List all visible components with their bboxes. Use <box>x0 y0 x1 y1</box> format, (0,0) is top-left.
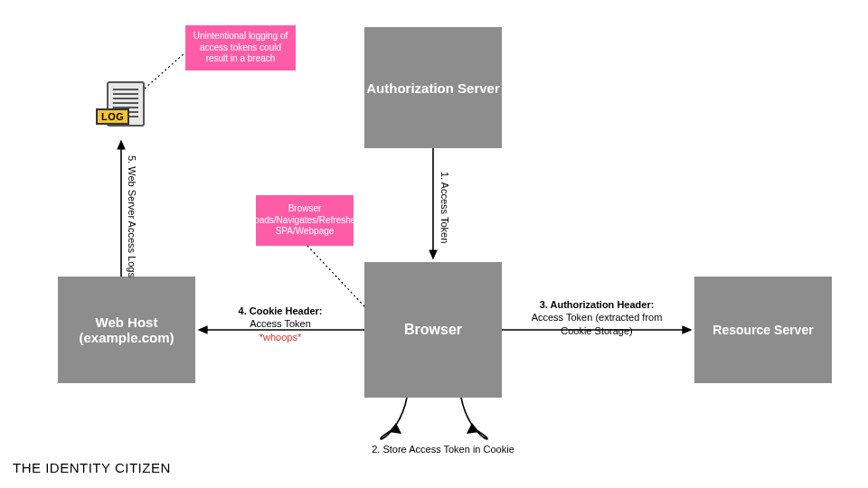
step3-title: 3. Authorization Header: <box>540 299 655 310</box>
step5-label: 5. Web Server Access Logs <box>127 155 137 277</box>
footer-brand: THE IDENTITY CITIZEN <box>13 460 171 475</box>
step4-whoops: *whoops* <box>259 332 301 343</box>
logging-note: Unintentional logging of access tokens c… <box>185 25 296 70</box>
step3-label: 3. Authorization Header: Access Token (e… <box>530 298 664 337</box>
svg-line-5 <box>145 52 185 89</box>
step1-label: 1. Access Token <box>439 172 450 243</box>
step4-body: Access Token <box>250 318 311 329</box>
spa-note: Browser Loads/Navigates/Refreshes SPA/We… <box>256 195 354 246</box>
auth-server-node: Authorization Server <box>364 27 502 148</box>
step2-label: 2. Store Access Token in Cookie <box>353 443 533 455</box>
log-file-icon: LOG <box>96 81 146 136</box>
svg-line-4 <box>307 246 365 307</box>
step3-body: Access Token (extracted from Cookie Stor… <box>532 312 663 335</box>
resource-server-node: Resource Server <box>694 277 832 383</box>
browser-node: Browser <box>364 262 502 398</box>
step4-label: 4. Cookie Header: Access Token *whoops* <box>217 305 344 343</box>
web-host-node: Web Host (example.com) <box>58 277 195 383</box>
log-tag-label: LOG <box>96 108 129 125</box>
step4-title: 4. Cookie Header: <box>239 305 323 316</box>
